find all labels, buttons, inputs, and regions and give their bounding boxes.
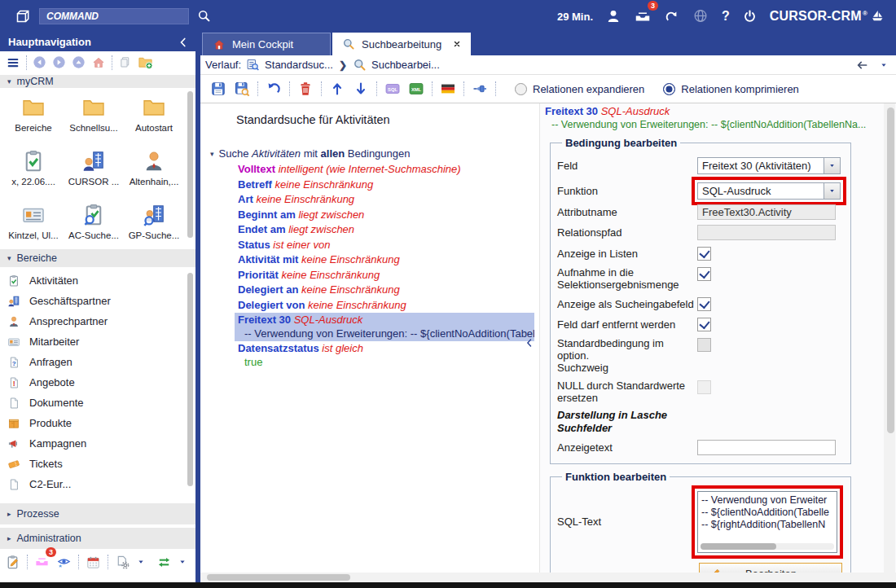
radio-button[interactable] [663, 83, 675, 95]
power-icon[interactable] [742, 9, 758, 24]
section-mycrm[interactable]: ▾ myCRM [0, 75, 195, 88]
checkbox[interactable] [697, 297, 711, 311]
redo-icon[interactable] [664, 9, 679, 24]
sql-text-area-annotated[interactable]: -- Verwendung von Erweiter -- ${clientNo… [697, 491, 837, 553]
relationen-radio-group[interactable]: Relationen expandieren [515, 83, 644, 95]
main-hscrollbar-track[interactable] [200, 573, 896, 582]
tree-condition[interactable]: Freitext 30 SQL-Ausdruck -- Verwendung v… [235, 313, 534, 341]
mycrm-shortcut[interactable]: CURSOR ... [64, 147, 124, 199]
checkbox[interactable] [697, 318, 711, 331]
document-gear-icon[interactable] [115, 555, 130, 570]
mycrm-shortcut[interactable]: Autostart [124, 93, 184, 145]
sidebar-item[interactable]: Angebote [7, 372, 195, 393]
chevron-down-icon[interactable] [880, 62, 888, 68]
mycrm-shortcut[interactable]: AC-Suche... [64, 200, 124, 248]
section-administration[interactable]: ▸ Administration [0, 528, 195, 549]
checkbox[interactable] [697, 380, 711, 394]
tree-condition[interactable]: Art keine Einschränkung [235, 192, 539, 208]
window-cube-icon[interactable] [13, 7, 31, 25]
tree-condition[interactable]: Volltext intelligent (wie Internet-Suchm… [235, 162, 539, 178]
checkbox[interactable] [697, 247, 711, 261]
sidebar-item[interactable]: Ansprechpartner [7, 311, 195, 331]
section-prozesse[interactable]: ▸ Prozesse [0, 503, 195, 524]
nav-back-icon[interactable] [33, 55, 46, 69]
section-bereiche[interactable]: ▾ Bereiche [0, 249, 195, 267]
tree-condition[interactable]: Delegiert von keine Einschränkung [235, 298, 539, 314]
mycrm-shortcut[interactable]: Bereiche [3, 93, 64, 145]
save-icon[interactable] [210, 81, 226, 97]
anzeigetext-input[interactable] [697, 440, 836, 455]
sidebar-item[interactable]: Mitarbeiter [7, 331, 195, 352]
breadcrumb-suchbearbeitung[interactable]: Suchbearbei... [371, 59, 440, 71]
help-button[interactable]: ? [722, 9, 730, 24]
mycrm-shortcut[interactable]: Altenhain,... [124, 147, 184, 199]
tree-condition[interactable]: Priorität keine Einschränkung [235, 268, 539, 283]
breadcrumb-standardsuche[interactable]: Standardsuc... [265, 59, 333, 71]
sidebar-item[interactable]: Dokumente [7, 393, 195, 413]
sidebar-item[interactable]: Produkte [7, 413, 195, 433]
language-flag-icon[interactable] [440, 81, 456, 97]
sql-icon[interactable] [384, 81, 401, 97]
tree-condition[interactable]: Datensatzstatus ist gleich true [235, 341, 539, 370]
sidebar-item[interactable]: Anfragen [7, 352, 195, 372]
tab-mein-cockpit[interactable]: Mein Cockpit [202, 33, 331, 55]
collapse-sidebar-icon[interactable] [178, 37, 189, 48]
sql-hscrollbar[interactable] [701, 543, 834, 550]
sidebar-scrollbar-thumb[interactable] [187, 91, 193, 238]
move-up-icon[interactable] [329, 81, 345, 97]
sidebar-item[interactable]: Tickets [7, 454, 195, 474]
feld-dropdown[interactable]: Freitext 30 (Aktivitäten) [697, 157, 841, 174]
undo-icon[interactable] [266, 81, 282, 97]
dropdown-button[interactable] [824, 157, 841, 174]
relationen-radio-group[interactable]: Relationen komprimieren [663, 83, 799, 95]
user-icon[interactable] [605, 8, 621, 24]
sidebar-item[interactable]: C2-Eur... [7, 474, 195, 494]
command-input[interactable] [39, 8, 189, 24]
dropdown-button[interactable] [824, 182, 841, 200]
home-icon[interactable] [91, 55, 106, 70]
menu-hamburger-icon[interactable] [6, 55, 20, 70]
tree-root-node[interactable]: ▾ Suche Aktivitäten mit allen Bedingunge… [210, 147, 539, 160]
eye-star-icon[interactable] [56, 555, 72, 570]
globe-icon[interactable] [692, 7, 709, 25]
tree-condition[interactable]: Endet am liegt zwischen [235, 222, 539, 238]
tree-condition[interactable]: Beginnt am liegt zwischen [235, 208, 539, 223]
calendar-icon[interactable] [86, 555, 101, 570]
chevron-down-icon[interactable] [178, 559, 187, 565]
detail-scrollbar-thumb[interactable] [887, 108, 894, 433]
pin-icon[interactable] [472, 81, 488, 97]
inbox-button[interactable]: 3 [34, 553, 50, 571]
tab-suchbearbeitung[interactable]: Suchbearbeitung [332, 33, 471, 55]
checkbox[interactable] [697, 267, 711, 281]
nav-forward-icon[interactable] [52, 55, 66, 69]
clipboard-pencil-icon[interactable] [5, 555, 20, 570]
mycrm-shortcut[interactable]: GP-Suche... [124, 200, 184, 248]
sidebar-item[interactable]: Kampagnen [7, 433, 195, 454]
xml-icon[interactable] [408, 81, 424, 97]
sidebar-item[interactable]: Geschäftspartner [7, 291, 195, 311]
checkbox[interactable] [697, 338, 711, 352]
new-folder-icon[interactable] [138, 55, 153, 70]
collapse-panel-icon[interactable] [525, 338, 534, 348]
nav-up-icon[interactable] [72, 55, 86, 69]
move-down-icon[interactable] [353, 81, 369, 97]
tree-condition[interactable]: Status ist einer von [235, 238, 539, 253]
save-as-icon[interactable] [234, 81, 250, 97]
delete-icon[interactable] [297, 81, 314, 97]
tree-condition[interactable]: Aktivität mit keine Einschränkung [235, 252, 539, 268]
funktion-dropdown-annotated[interactable]: SQL-Ausdruck [697, 182, 841, 200]
main-hscrollbar-thumb[interactable] [207, 574, 350, 581]
mycrm-shortcut[interactable]: Schnellsu... [64, 93, 124, 145]
copy-icon[interactable] [118, 55, 132, 69]
sidebar-scrollbar-thumb[interactable] [187, 273, 193, 486]
close-icon[interactable] [453, 40, 461, 48]
tree-condition[interactable]: Betreff keine Einschränkung [235, 178, 539, 193]
sidebar-item[interactable]: Aktivitäten [7, 270, 195, 291]
chevron-down-icon[interactable] [137, 559, 145, 565]
history-back-icon[interactable] [855, 59, 868, 72]
search-icon[interactable] [197, 9, 212, 24]
inbox-button[interactable]: 3 [634, 7, 652, 27]
mycrm-shortcut[interactable]: Kintzel, Ul... [3, 200, 64, 248]
tree-condition[interactable]: Delegiert an keine Einschränkung [235, 283, 539, 298]
mycrm-shortcut[interactable]: x, 22.06.... [3, 147, 64, 199]
